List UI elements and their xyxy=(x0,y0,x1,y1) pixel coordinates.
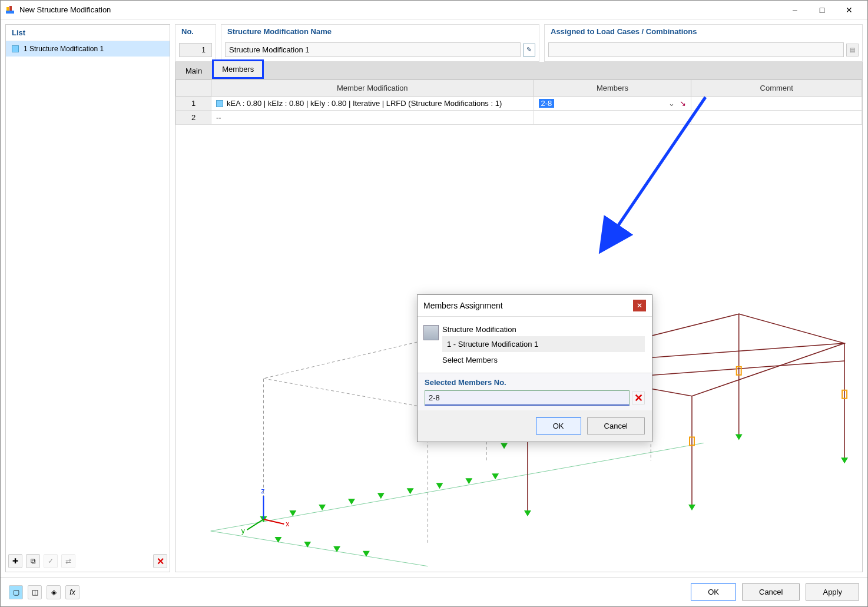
svg-rect-0 xyxy=(6,11,14,14)
svg-marker-24 xyxy=(274,537,281,543)
svg-rect-2 xyxy=(9,6,12,11)
tab-members[interactable]: Members xyxy=(212,59,264,79)
svg-line-4 xyxy=(211,531,428,566)
view-mode-1-icon[interactable]: ▢ xyxy=(9,585,23,599)
col-com-header: Comment xyxy=(691,80,862,97)
table-row[interactable]: 2 -- xyxy=(176,111,862,125)
svg-marker-13 xyxy=(348,499,355,505)
color-swatch-icon xyxy=(12,45,19,52)
members-cell[interactable] xyxy=(534,111,691,125)
svg-marker-14 xyxy=(377,493,385,499)
close-button[interactable]: ✕ xyxy=(836,1,863,19)
modal-select-label[interactable]: Select Members xyxy=(442,356,645,364)
svg-line-30 xyxy=(247,519,264,530)
assign-panel: Assigned to Load Cases / Combinations ▤ xyxy=(544,24,863,62)
view-mode-4-icon[interactable]: fx xyxy=(65,585,79,599)
view-mode-2-icon[interactable]: ◫ xyxy=(28,585,42,599)
name-input[interactable] xyxy=(225,42,521,57)
ok-button[interactable]: OK xyxy=(691,583,736,601)
svg-marker-23 xyxy=(841,457,848,463)
table-row[interactable]: 1 kEA : 0.80 | kEIz : 0.80 | kEIy : 0.80… xyxy=(176,97,862,111)
no-panel: No. 1 xyxy=(175,24,216,62)
svg-marker-12 xyxy=(319,505,326,510)
svg-marker-20 xyxy=(524,510,531,516)
row-num: 1 xyxy=(176,97,211,111)
apply-button[interactable]: Apply xyxy=(806,583,859,601)
list-header: List xyxy=(6,25,170,41)
svg-line-3 xyxy=(211,443,704,530)
selected-members-label: Selected Members No. xyxy=(425,378,645,387)
modal-close-button[interactable]: ✕ xyxy=(633,300,646,311)
members-table: Member Modification Members Comment 1 kE… xyxy=(175,79,862,125)
svg-marker-11 xyxy=(289,510,296,516)
maximize-button[interactable]: □ xyxy=(809,1,836,19)
assign-header: Assigned to Load Cases / Combinations xyxy=(545,25,862,38)
members-cell[interactable]: 2-8 ⌄ ↘ xyxy=(534,97,691,111)
copy-icon[interactable]: ⧉ xyxy=(26,554,40,568)
tab-strip: Main Members xyxy=(175,62,863,79)
svg-marker-22 xyxy=(736,434,743,440)
chevron-down-icon[interactable]: ⌄ xyxy=(666,99,677,108)
axis-x-label: x xyxy=(286,520,289,528)
modal-ok-button[interactable]: OK xyxy=(536,417,581,434)
comment-cell[interactable] xyxy=(691,97,862,111)
comment-cell[interactable] xyxy=(691,111,862,125)
members-value: 2-8 xyxy=(539,99,555,108)
modal-section-label: Structure Modification xyxy=(442,325,645,334)
svg-rect-1 xyxy=(6,7,9,11)
titlebar: New Structure Modification – □ ✕ xyxy=(1,1,867,19)
assign-input[interactable] xyxy=(548,42,844,57)
tab-main[interactable]: Main xyxy=(177,62,211,79)
sidebar-toolbar: ✚ ⧉ ✓ ⇄ ✕ xyxy=(6,550,170,572)
new-icon[interactable]: ✚ xyxy=(8,554,22,568)
window-title: New Structure Modification xyxy=(19,5,781,14)
toggle-icon: ⇄ xyxy=(61,554,75,568)
axis-y-label: y xyxy=(241,527,245,535)
pick-members-icon[interactable]: ↘ xyxy=(680,99,686,108)
col-num-header xyxy=(176,80,211,97)
check-icon: ✓ xyxy=(44,554,58,568)
delete-icon[interactable]: ✕ xyxy=(153,554,167,568)
svg-marker-16 xyxy=(436,483,443,489)
svg-marker-18 xyxy=(492,473,499,479)
dialog-footer: ▢ ◫ ◈ fx OK Cancel Apply xyxy=(1,577,867,606)
col-mem-header: Members xyxy=(534,80,691,97)
minimize-button[interactable]: – xyxy=(781,1,809,19)
mod-text: kEA : 0.80 | kEIz : 0.80 | kEIy : 0.80 |… xyxy=(227,99,502,108)
name-header: Structure Modification Name xyxy=(221,25,539,38)
edit-name-icon[interactable]: ✎ xyxy=(523,44,535,57)
svg-marker-21 xyxy=(688,505,695,510)
svg-marker-17 xyxy=(465,478,472,484)
color-swatch-icon xyxy=(216,100,223,107)
modal-title: Members Assignment xyxy=(423,301,633,310)
no-header: No. xyxy=(175,25,216,38)
mod-cell[interactable]: kEA : 0.80 | kEIz : 0.80 | kEIy : 0.80 |… xyxy=(211,97,534,111)
list-item-label: 1 Structure Modification 1 xyxy=(24,45,104,53)
svg-marker-19 xyxy=(501,443,508,449)
clear-selection-icon[interactable]: ✕ xyxy=(632,392,645,404)
mod-cell[interactable]: -- xyxy=(211,111,534,125)
col-mod-header: Member Modification xyxy=(211,80,534,97)
row-num: 2 xyxy=(176,111,211,125)
list-item[interactable]: 1 Structure Modification 1 xyxy=(6,41,170,57)
axis-z-label: z xyxy=(261,487,265,495)
svg-marker-15 xyxy=(407,488,414,494)
members-assignment-dialog: Members Assignment ✕ Structure Modificat… xyxy=(417,294,652,442)
no-value: 1 xyxy=(179,43,212,57)
structure-icon xyxy=(423,325,439,340)
cancel-button[interactable]: Cancel xyxy=(742,583,800,601)
selected-members-input[interactable] xyxy=(425,390,630,406)
assign-picker-icon[interactable]: ▤ xyxy=(846,44,859,57)
modal-cancel-button[interactable]: Cancel xyxy=(587,417,645,434)
view-mode-3-icon[interactable]: ◈ xyxy=(47,585,61,599)
modal-section-item[interactable]: 1 - Structure Modification 1 xyxy=(442,336,645,352)
app-icon xyxy=(5,5,15,15)
name-panel: Structure Modification Name ✎ xyxy=(221,24,539,62)
